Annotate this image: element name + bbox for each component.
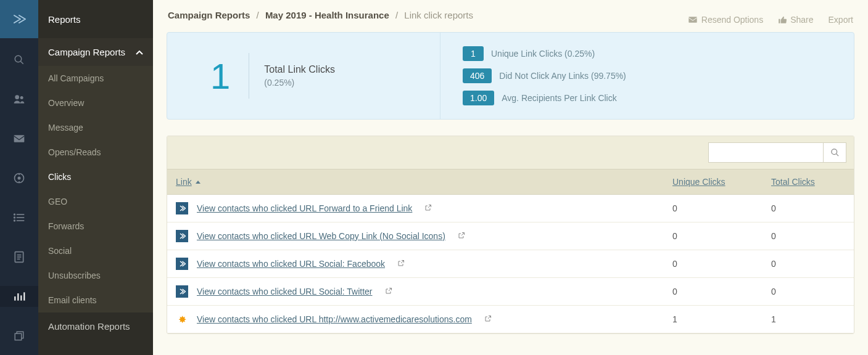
top-actions: Resend Options Share Export: [688, 9, 853, 25]
total-clicks-pct: (0.25%): [264, 78, 335, 88]
windows-icon[interactable]: [0, 325, 38, 346]
svg-rect-21: [15, 333, 22, 340]
table-row: View contacts who clicked URL Forward to…: [167, 195, 854, 222]
table-row: View contacts who clicked URL Web Copy L…: [167, 222, 854, 250]
col-header-link[interactable]: Link: [176, 177, 672, 187]
side-panel: Reports Campaign Reports All CampaignsOv…: [38, 0, 153, 355]
stat-label: Avg. Recipients Per Link Click: [502, 93, 616, 103]
total-clicks-cell: 0: [771, 287, 845, 296]
forms-icon[interactable]: [0, 247, 38, 267]
svg-point-3: [20, 96, 23, 99]
arrow-icon: [176, 285, 188, 298]
sidebar-item-clicks[interactable]: Clicks: [38, 165, 153, 189]
panel-title: Reports: [38, 0, 153, 38]
sidebar-item-opens-reads[interactable]: Opens/Reads: [38, 140, 153, 165]
contacts-icon[interactable]: [0, 89, 38, 110]
external-link-icon[interactable]: [385, 287, 392, 296]
unique-clicks-cell: 0: [672, 287, 771, 296]
svg-point-6: [18, 177, 21, 180]
svg-point-2: [15, 95, 19, 99]
total-clicks-cell: 1: [771, 314, 845, 324]
total-clicks-label: Total Link Clicks: [264, 64, 335, 75]
table-row: View contacts who clicked URL Social: Fa…: [167, 250, 854, 278]
svg-point-12: [14, 220, 15, 221]
table-row: ✸View contacts who clicked URL http://ww…: [167, 306, 854, 333]
breadcrumb-campaign[interactable]: May 2019 - Health Insurance: [265, 10, 389, 20]
list-icon[interactable]: [0, 207, 38, 228]
col-header-unique[interactable]: Unique Clicks: [672, 177, 771, 187]
total-clicks-value: 1: [186, 55, 249, 97]
link-text[interactable]: View contacts who clicked URL Social: Fa…: [197, 259, 385, 269]
sidebar-item-unsubscribes[interactable]: Unsubscribes: [38, 263, 153, 288]
table-row: View contacts who clicked URL Social: Tw…: [167, 278, 854, 306]
sidebar-item-message[interactable]: Message: [38, 115, 153, 140]
link-text[interactable]: View contacts who clicked URL http://www…: [197, 314, 472, 324]
sidebar-item-geo[interactable]: GEO: [38, 189, 153, 214]
stat-badge: 406: [463, 68, 492, 83]
summary-left: 1 Total Link Clicks (0.25%): [167, 33, 440, 119]
icon-rail: [0, 0, 38, 355]
share-label: Share: [790, 15, 813, 25]
sort-asc-icon: [196, 181, 200, 184]
reports-icon[interactable]: [0, 286, 38, 307]
link-text[interactable]: View contacts who clicked URL Forward to…: [197, 203, 412, 213]
unique-clicks-cell: 0: [672, 259, 771, 269]
star-icon: ✸: [176, 313, 188, 325]
search-icon[interactable]: [0, 49, 38, 70]
arrow-icon: [176, 230, 188, 242]
svg-point-11: [14, 217, 15, 218]
table-search-input[interactable]: [708, 142, 823, 163]
sidebar-item-overview[interactable]: Overview: [38, 91, 153, 115]
breadcrumb-current: Link click reports: [404, 10, 473, 20]
mail-icon[interactable]: [0, 128, 38, 149]
svg-point-10: [14, 214, 15, 215]
unique-clicks-cell: 0: [672, 231, 771, 241]
sidebar-item-all-campaigns[interactable]: All Campaigns: [38, 66, 153, 91]
summary-right: 1Unique Link Clicks (0.25%)406Did Not Cl…: [440, 33, 854, 119]
breadcrumb: Campaign Reports / May 2019 - Health Ins…: [168, 9, 473, 23]
resend-options-button[interactable]: Resend Options: [688, 15, 763, 25]
col-header-total[interactable]: Total Clicks: [771, 177, 845, 187]
stat-row: 1Unique Link Clicks (0.25%): [463, 46, 832, 61]
svg-rect-22: [688, 17, 696, 22]
total-clicks-cell: 0: [771, 203, 845, 213]
external-link-icon[interactable]: [424, 204, 432, 213]
svg-point-23: [831, 149, 837, 155]
external-link-icon[interactable]: [458, 232, 465, 241]
svg-line-1: [20, 61, 23, 64]
external-link-icon[interactable]: [484, 315, 492, 324]
external-link-icon[interactable]: [397, 259, 405, 269]
total-clicks-cell: 0: [771, 231, 845, 241]
stat-label: Did Not Click Any Links (99.75%): [499, 71, 626, 81]
link-text[interactable]: View contacts who clicked URL Social: Tw…: [197, 287, 373, 296]
export-button[interactable]: Export: [829, 15, 853, 25]
unique-clicks-cell: 0: [672, 203, 771, 213]
breadcrumb-root[interactable]: Campaign Reports: [168, 10, 250, 20]
share-button[interactable]: Share: [778, 15, 813, 25]
arrow-icon: [176, 258, 188, 270]
links-table: Link Unique Clicks Total Clicks View con…: [167, 136, 854, 334]
unique-clicks-cell: 1: [672, 314, 771, 324]
group-campaign-reports[interactable]: Campaign Reports: [38, 38, 153, 66]
svg-point-0: [15, 55, 22, 62]
app-logo[interactable]: [0, 0, 38, 38]
group-automation-reports[interactable]: Automation Reports: [38, 312, 153, 340]
divider: [249, 53, 249, 99]
total-clicks-cell: 0: [771, 259, 845, 269]
svg-line-24: [836, 153, 838, 156]
table-search-button[interactable]: [823, 142, 846, 163]
stat-row: 1.00Avg. Recipients Per Link Click: [463, 91, 832, 105]
export-label: Export: [829, 15, 853, 25]
summary-card: 1 Total Link Clicks (0.25%) 1Unique Link…: [167, 32, 854, 120]
link-text[interactable]: View contacts who clicked URL Web Copy L…: [197, 231, 445, 241]
sidebar-item-social[interactable]: Social: [38, 239, 153, 263]
chevron-up-icon: [136, 47, 143, 57]
sidebar-item-forwards[interactable]: Forwards: [38, 214, 153, 239]
automations-icon[interactable]: [0, 168, 38, 189]
topbar: Campaign Reports / May 2019 - Health Ins…: [153, 0, 868, 32]
group-label: Campaign Reports: [48, 47, 125, 57]
sidebar-item-email-clients[interactable]: Email clients: [38, 288, 153, 312]
arrow-icon: [176, 202, 188, 214]
stat-row: 406Did Not Click Any Links (99.75%): [463, 68, 832, 83]
svg-rect-4: [14, 135, 25, 142]
